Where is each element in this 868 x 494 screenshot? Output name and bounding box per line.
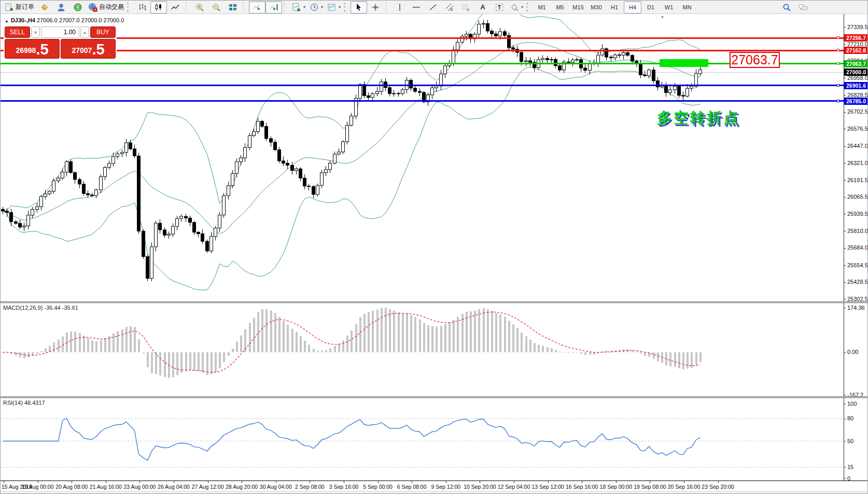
- time-tick-mark: [548, 481, 549, 483]
- chart-window: ▲DJ30-,H4 27006.0 27007.0 27000.0 27000.…: [1, 14, 868, 494]
- buy-price-display[interactable]: 27007.5: [61, 39, 116, 59]
- price-tick-label: 26065.5: [847, 194, 868, 200]
- price-badge: 26901.6: [844, 82, 868, 89]
- channel-icon: E: [445, 3, 454, 12]
- highlight-rectangle-object[interactable]: [660, 59, 708, 67]
- timeframe-button-MN[interactable]: MN: [678, 1, 696, 13]
- zoom-out-button[interactable]: [208, 1, 225, 13]
- vertical-line-button[interactable]: [391, 1, 408, 13]
- bottom-strip: [1, 491, 868, 494]
- macd-tick-mark: [844, 352, 846, 353]
- macd-pane-canvas[interactable]: [1, 303, 844, 396]
- horizontal-line-object[interactable]: [1, 37, 844, 39]
- time-tick-mark: [582, 481, 582, 483]
- text-label-button[interactable]: T: [491, 1, 508, 13]
- pane-separator[interactable]: [1, 396, 868, 398]
- time-tick-mark: [242, 481, 242, 483]
- buy-button[interactable]: BUY: [90, 26, 116, 38]
- cursor-arrow-icon: [354, 3, 363, 12]
- time-tick-label: 9 Sep 12:00: [431, 484, 460, 490]
- price-tick-label: 25302.5: [847, 296, 868, 302]
- search-button[interactable]: [778, 1, 795, 13]
- auto-trading-button[interactable]: 自动交易: [86, 1, 126, 13]
- sell-button[interactable]: SELL: [5, 26, 30, 38]
- timeframe-button-D1[interactable]: D1: [642, 1, 660, 13]
- navigator-button[interactable]: [69, 1, 86, 13]
- time-tick-mark: [684, 481, 684, 483]
- turning-point-annotation[interactable]: 多空转折点: [657, 108, 740, 129]
- toolbar-handle: [344, 3, 348, 12]
- line-anchor-marker: [837, 84, 839, 87]
- price-tick-mark: [844, 214, 846, 214]
- sell-price-display[interactable]: 26998.5: [5, 39, 60, 59]
- new-order-button[interactable]: 新订单: [3, 1, 36, 13]
- price-tick-mark: [844, 265, 846, 266]
- fibonacci-letter: F: [467, 8, 469, 12]
- cursor-button[interactable]: [351, 1, 367, 13]
- rsi-pane-canvas[interactable]: [1, 398, 844, 481]
- zoom-in-button[interactable]: [191, 1, 208, 13]
- market-watch-button[interactable]: [36, 1, 53, 13]
- volume-increase-button[interactable]: ▴: [80, 26, 89, 38]
- auto-scroll-icon: [253, 3, 262, 12]
- line-chart-button[interactable]: [167, 1, 184, 13]
- search-icon: [782, 3, 791, 12]
- template-button[interactable]: ▾: [325, 1, 343, 13]
- timeframe-button-H4[interactable]: H4: [624, 1, 641, 13]
- timeframe-button-H1[interactable]: H1: [606, 1, 623, 13]
- line-anchor-marker: [837, 62, 839, 65]
- one-click-trade-panel: SELL ▾ ▴ BUY 26998.5 27007.5: [4, 25, 117, 60]
- line-anchor-marker: [837, 49, 839, 51]
- chat-button[interactable]: [795, 1, 811, 13]
- auto-trading-icon: [88, 3, 97, 12]
- time-tick-label: 23 Sep 20:00: [702, 484, 734, 490]
- volume-decrease-button[interactable]: ▾: [31, 26, 40, 38]
- time-tick-label: 26 Aug 04:00: [158, 484, 190, 490]
- timeframe-button-M30[interactable]: M30: [587, 1, 605, 13]
- volume-input[interactable]: [41, 26, 79, 38]
- time-tick-mark: [446, 481, 446, 483]
- rsi-tick-mark: [844, 441, 846, 442]
- chart-shift-button[interactable]: [265, 1, 282, 13]
- text-button[interactable]: A: [474, 1, 491, 13]
- arrows-button[interactable]: ▾: [508, 1, 525, 13]
- chat-icon: [798, 3, 808, 12]
- horizontal-line-object[interactable]: [1, 85, 844, 86]
- auto-scroll-button[interactable]: [249, 1, 265, 13]
- signal-icon: [73, 3, 82, 12]
- horizontal-line-object[interactable]: [1, 63, 844, 64]
- time-tick-mark: [174, 481, 174, 483]
- trendline-button[interactable]: [425, 1, 441, 13]
- main-chart-canvas[interactable]: [1, 14, 844, 301]
- channel-button[interactable]: E: [441, 1, 458, 13]
- line-anchor-marker: [837, 100, 839, 102]
- data-window-button[interactable]: [53, 1, 69, 13]
- price-tick-label: 25684.0: [847, 244, 868, 251]
- timeframe-button-M15[interactable]: M15: [569, 1, 587, 13]
- new-chart-button[interactable]: ▾: [290, 1, 307, 13]
- price-tick-label: 26576.5: [847, 126, 868, 132]
- bar-chart-button[interactable]: [134, 1, 150, 13]
- horizontal-line-object[interactable]: [1, 100, 844, 102]
- timeframe-button-W1[interactable]: W1: [660, 1, 678, 13]
- macd-tick-label: 174.36: [847, 305, 865, 311]
- tile-windows-button[interactable]: [225, 1, 241, 13]
- collapse-arrow-icon[interactable]: ▲: [5, 19, 9, 23]
- chart-shift-marker-icon[interactable]: ▼: [660, 15, 665, 20]
- fibonacci-button[interactable]: F: [458, 1, 474, 13]
- horizontal-line-button[interactable]: [408, 1, 425, 13]
- timeframe-button-M5[interactable]: M5: [551, 1, 569, 13]
- price-callout-label[interactable]: 27063.7: [730, 52, 780, 68]
- person-icon: [57, 3, 66, 12]
- time-tick-label: 2 Sep 08:00: [295, 484, 325, 490]
- pane-separator[interactable]: [1, 301, 868, 303]
- time-tick-label: 28 Aug 20:00: [226, 484, 258, 490]
- candlestick-chart-button[interactable]: [150, 1, 167, 13]
- period-button[interactable]: ▾: [307, 1, 325, 13]
- crosshair-button[interactable]: [367, 1, 384, 13]
- price-tick-mark: [844, 27, 846, 28]
- time-tick-mark: [106, 481, 106, 483]
- horizontal-line-object[interactable]: [1, 50, 844, 51]
- rsi-tick-label: 100: [847, 401, 857, 407]
- timeframe-button-M1[interactable]: M1: [533, 1, 551, 13]
